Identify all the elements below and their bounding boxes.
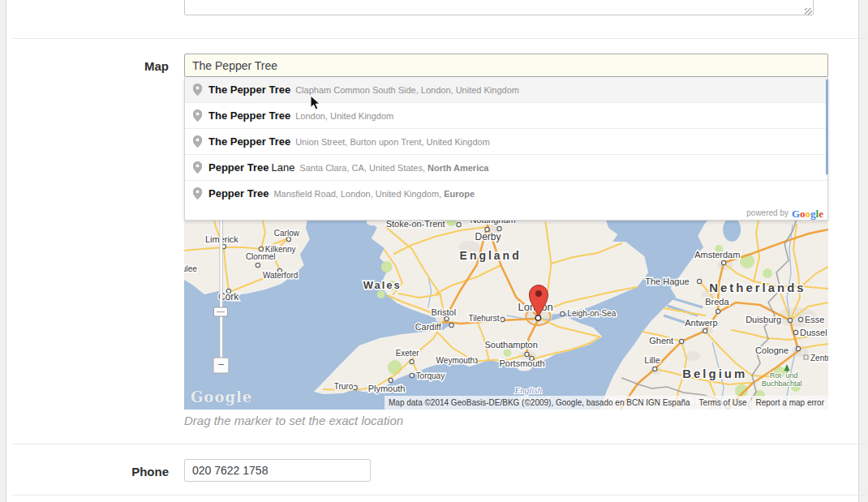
zoom-slider-track[interactable] xyxy=(220,217,222,358)
location-pin-icon xyxy=(193,161,202,174)
svg-text:Cardiff: Cardiff xyxy=(415,322,442,332)
suggestion-main: Pepper Tree xyxy=(208,187,269,200)
svg-text:Bristol: Bristol xyxy=(432,307,457,317)
svg-text:Esse: Esse xyxy=(805,315,824,324)
suggestion-main: The Pepper Tree xyxy=(208,109,290,122)
map-attribution: Map data ©2014 GeoBasis-DE/BKG (©2009), … xyxy=(384,396,828,410)
location-pin-icon xyxy=(193,84,202,96)
svg-text:Weymouth: Weymouth xyxy=(436,356,475,365)
google-map[interactable]: uleeLimerickCarlowKilkennyClonmelWaterfo… xyxy=(184,217,828,410)
svg-text:Buchbachtal: Buchbachtal xyxy=(762,380,801,388)
svg-text:Antwerp: Antwerp xyxy=(685,318,717,328)
powered-by-text: powered by xyxy=(746,208,789,217)
powered-by-row: powered by Google xyxy=(185,206,827,220)
svg-text:Rot- und: Rot- und xyxy=(770,371,797,380)
svg-text:Lille: Lille xyxy=(644,355,660,365)
suggestion-secondary: Clapham Common South Side, London, Unite… xyxy=(295,85,519,95)
map-hint-text: Drag the marker to set the exact locatio… xyxy=(184,414,403,427)
suggestion-secondary: Santa Clara, CA, United States, xyxy=(299,163,425,173)
suggestion-suffix: Lane xyxy=(271,161,294,174)
divider xyxy=(13,38,866,39)
autocomplete-suggestion[interactable]: The Pepper TreeUnion Street, Burton upon… xyxy=(185,128,827,154)
svg-text:−: − xyxy=(217,358,224,371)
map-search-input[interactable] xyxy=(184,54,828,77)
suggestion-secondary-bold: North America xyxy=(428,163,488,173)
location-pin-icon xyxy=(193,109,202,122)
svg-text:Southampton: Southampton xyxy=(485,340,538,350)
suggestion-secondary: Mansfield Road, London, United Kingdom, xyxy=(273,189,441,199)
suggestion-secondary: London, United Kingdom xyxy=(295,111,393,121)
svg-text:Derby: Derby xyxy=(475,231,501,242)
google-watermark: Google xyxy=(191,388,252,405)
report-map-error-link[interactable]: Report a map error xyxy=(756,398,824,407)
svg-text:Portsmouth: Portsmouth xyxy=(500,358,545,368)
svg-text:Torquay: Torquay xyxy=(416,371,445,380)
svg-text:Netherlands: Netherlands xyxy=(709,281,806,294)
suggestion-secondary: Union Street, Burton upon Trent, United … xyxy=(295,137,490,147)
map-field-label: Map xyxy=(6,59,169,73)
autocomplete-suggestion[interactable]: The Pepper TreeClapham Common South Side… xyxy=(185,77,827,102)
svg-text:Leigh-on-Sea: Leigh-on-Sea xyxy=(567,309,616,318)
svg-text:Carlow: Carlow xyxy=(274,229,300,238)
svg-text:England: England xyxy=(460,249,522,262)
suggestion-main: The Pepper Tree xyxy=(208,135,290,148)
svg-text:The Hague: The Hague xyxy=(645,277,689,286)
svg-text:English: English xyxy=(513,385,542,395)
svg-text:Dussel: Dussel xyxy=(800,328,827,337)
autocomplete-suggestion[interactable]: The Pepper TreeLondon, United Kingdom xyxy=(185,102,827,128)
google-logo: Google xyxy=(792,206,823,221)
autocomplete-dropdown: The Pepper TreeClapham Common South Side… xyxy=(184,77,828,221)
divider xyxy=(13,495,866,496)
country-field[interactable]: United Kingdom xyxy=(184,0,814,15)
svg-text:Belgium: Belgium xyxy=(682,367,747,380)
suggestion-main: The Pepper Tree xyxy=(208,84,290,96)
textarea-resize-handle[interactable] xyxy=(805,8,812,15)
svg-text:Ghent: Ghent xyxy=(649,336,673,345)
svg-text:Waterford: Waterford xyxy=(263,271,298,280)
svg-text:Amsterdam: Amsterdam xyxy=(694,250,740,260)
suggestion-main: Pepper Tree xyxy=(208,161,269,174)
svg-text:Breda: Breda xyxy=(705,297,729,307)
svg-text:Wales: Wales xyxy=(363,279,402,291)
svg-text:Cologne: Cologne xyxy=(755,345,789,355)
svg-text:ulee: ulee xyxy=(184,264,197,273)
attribution-text: Map data ©2014 GeoBasis-DE/BKG (©2009), … xyxy=(385,396,694,410)
autocomplete-suggestion[interactable]: Pepper TreeLaneSanta Clara, CA, United S… xyxy=(185,154,827,180)
phone-field-label: Phone xyxy=(6,465,169,478)
autocomplete-suggestion[interactable]: Pepper TreeMansfield Road, London, Unite… xyxy=(185,180,827,206)
location-pin-icon xyxy=(193,187,202,200)
svg-text:Zentr: Zentr xyxy=(810,354,828,363)
svg-text:Truro: Truro xyxy=(334,382,354,391)
svg-text:Plymouth: Plymouth xyxy=(368,384,406,393)
svg-text:Tilehurst: Tilehurst xyxy=(469,314,500,323)
map-water-edge xyxy=(826,79,828,174)
svg-text:Duisburg: Duisburg xyxy=(746,315,781,324)
suggestion-secondary-bold: Europe xyxy=(444,189,475,199)
svg-text:Exeter: Exeter xyxy=(396,349,420,358)
terms-of-use-link[interactable]: Terms of Use xyxy=(699,398,747,407)
form-panel: United Kingdom Map xyxy=(6,0,859,502)
location-pin-icon xyxy=(193,135,202,148)
svg-text:Clonmel: Clonmel xyxy=(246,252,276,261)
divider xyxy=(13,444,866,444)
phone-input[interactable] xyxy=(184,459,371,482)
